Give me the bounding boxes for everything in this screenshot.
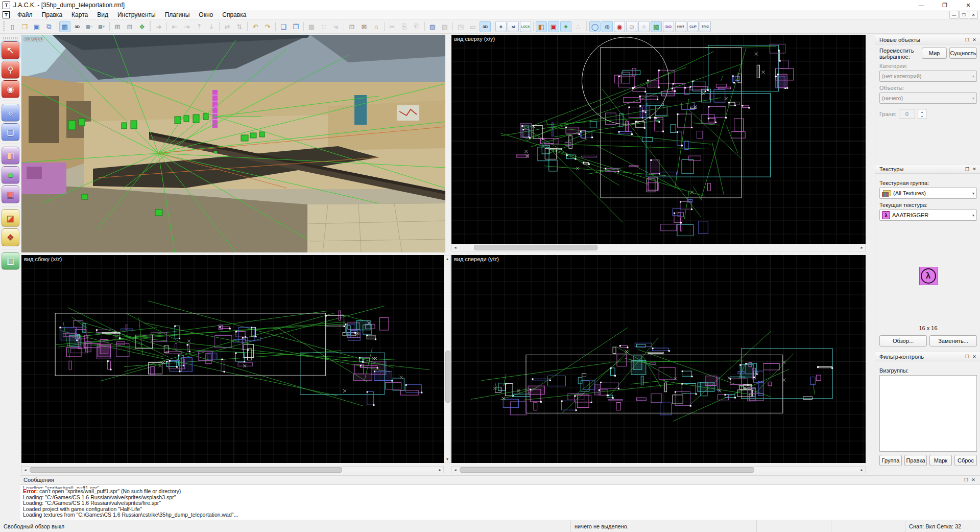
move-to-world-button[interactable]: Мир [922,48,947,59]
vertex-tool[interactable]: ❖ [2,228,19,246]
rotate-cw-button[interactable]: ↷ [262,21,273,32]
new-file-button[interactable]: ▯ [7,21,18,32]
map-settings-button[interactable]: ❖ [136,21,148,32]
messages-log[interactable]: Loading: "sprites/wall_puff1.spr" Error:… [20,484,980,520]
undock-icon[interactable]: ❐ [964,166,971,172]
undock-icon[interactable]: ❐ [964,353,971,360]
mdi-close-button[interactable]: ✕ [969,11,978,19]
edit-filter-button[interactable]: Правка [904,455,927,466]
fullscreen-3d-button[interactable]: 3D [480,21,491,32]
texture-lock-button[interactable]: tl [495,21,507,32]
flip-vertical-button[interactable]: ⇅ [234,21,245,32]
texture-group-dropdown[interactable]: (All Textures) ▾ [879,188,977,199]
scroll-right-icon[interactable]: ▸ [437,467,443,473]
align-left-button[interactable]: ⇤ [169,21,180,32]
apply-current-texture-tool[interactable]: ■ [2,166,19,184]
player-pov-button[interactable]: ☺ [626,21,637,32]
carve-button[interactable]: ⊠ [358,21,370,32]
visgroups-listbox[interactable] [879,375,977,452]
paste-button[interactable]: ⎗ [411,21,422,32]
entity-tool[interactable]: ☼ [2,104,19,122]
group-filter-button[interactable]: Группа [879,455,902,466]
grid-larger-button[interactable]: ▦+ [96,21,107,32]
save-all-button[interactable]: ⧉ [43,21,55,32]
scroll-right-icon[interactable]: ▸ [858,244,865,251]
mdi-restore-button[interactable]: ❐ [959,11,968,19]
objects-dropdown[interactable]: (ничего) ▾ [879,92,977,104]
path-tool[interactable]: ▥ [2,252,19,270]
texture-fit-button[interactable]: ▣ [548,21,559,32]
close-button[interactable]: ✕ [957,0,980,10]
replace-texture-button[interactable]: Заменить... [929,335,977,346]
scroll-up-icon[interactable]: ▴ [444,256,450,262]
copy-button[interactable]: ⎘ [399,21,410,32]
rotate-ccw-button[interactable]: ↶ [250,21,261,32]
ignore-groups-button[interactable]: ig [330,21,342,32]
viewport-2d-front[interactable]: вид спереди (y/z) [451,255,866,463]
close-icon[interactable]: ✕ [971,36,978,43]
clip-brush-button[interactable]: CLIP [687,21,699,32]
align-right-button[interactable]: ⇥ [181,21,193,32]
cut-button[interactable]: ✂ [387,21,398,32]
save-window-state-button[interactable]: ⊟ [124,21,135,32]
side-view-vscrollbar[interactable]: ▴ ▾ [444,255,451,463]
move-to-entity-button[interactable]: Сущность [949,48,977,59]
menu-help[interactable]: Справка [218,11,251,19]
block-tool[interactable]: ▢ [2,123,19,141]
close-icon[interactable]: ✕ [971,166,978,172]
close-icon[interactable]: ✕ [971,353,978,360]
align-top-button[interactable]: ⤒ [194,21,205,32]
faces-stepper[interactable]: ▲▼ [918,109,926,119]
apply-decals-tool[interactable]: ▣ [2,186,19,203]
select-region-button[interactable]: ▭ [467,21,479,32]
select-tool[interactable]: ↖ [2,41,19,59]
hide-selected-button[interactable]: ▨ [427,21,438,32]
pointer-button[interactable]: ➜ [153,21,164,32]
menu-edit[interactable]: Правка [37,11,67,19]
camera-tool[interactable]: ◉ [2,80,19,98]
hide-unselected-button[interactable]: ▧ [439,21,450,32]
scroll-left-icon[interactable]: ◂ [452,467,459,473]
menu-view[interactable]: Вид [92,11,113,19]
close-icon[interactable]: ✕ [970,477,977,483]
top-view-hscrollbar[interactable]: ◂ ▸ [451,244,866,251]
texture-apply-button[interactable]: ◧ [536,21,547,32]
scroll-thumb[interactable] [30,467,342,473]
uv-lock-button[interactable]: LOCK [520,21,531,32]
side-view-hscrollbar[interactable]: ◂ ▸ [21,466,444,473]
menu-window[interactable]: Окно [194,11,218,19]
flip-horizontal-button[interactable]: ⇄ [222,21,233,32]
grid-3d-toggle-button[interactable]: 3D [71,21,83,32]
load-window-state-button[interactable]: ⊞ [112,21,123,32]
clip-tool[interactable]: ◪ [2,209,19,227]
scroll-right-icon[interactable]: ▸ [858,467,865,473]
minimize-button[interactable]: — [910,0,933,10]
scroll-down-icon[interactable]: ▾ [444,456,450,462]
scroll-thumb[interactable] [474,245,597,250]
browse-texture-button[interactable]: Обзор... [879,335,927,346]
viewport-2d-top[interactable]: вид сверху (x/y) [451,35,866,244]
hint-brush-button[interactable]: HINT [675,21,686,32]
align-bottom-button[interactable]: ⤓ [206,21,217,32]
menu-map[interactable]: Карта [67,11,92,19]
reset-filter-button[interactable]: Сброс [954,455,977,466]
undock-icon[interactable]: ❐ [964,36,971,43]
grid-smaller-button[interactable]: ▦− [84,21,95,32]
detail-brush-button[interactable]: DO [663,21,674,32]
entity-report-button[interactable]: ◉ [614,21,625,32]
ungroup-button[interactable]: ❐ [290,21,301,32]
menu-tools[interactable]: Инструменты [113,11,160,19]
restore-button[interactable]: ❐ [933,0,957,10]
viewport-3d-camera[interactable]: камера [21,35,445,252]
select-connected-button[interactable]: ∷ [318,21,329,32]
group-button[interactable]: ❑ [278,21,289,32]
transform-button[interactable]: ◳ [455,21,466,32]
open-file-button[interactable]: ❒ [19,21,30,32]
viewport-2d-side[interactable]: вид сбоку (x/z) [21,255,444,463]
scale-lock-button[interactable]: sl [508,21,519,32]
menu-plugins[interactable]: Плагины [160,11,195,19]
texture-wrap-button[interactable]: ✦ [560,21,571,32]
toggle-group-select-button[interactable]: ▩ [306,21,317,32]
menu-file[interactable]: Файл [13,11,37,19]
save-file-button[interactable]: ▣ [31,21,42,32]
